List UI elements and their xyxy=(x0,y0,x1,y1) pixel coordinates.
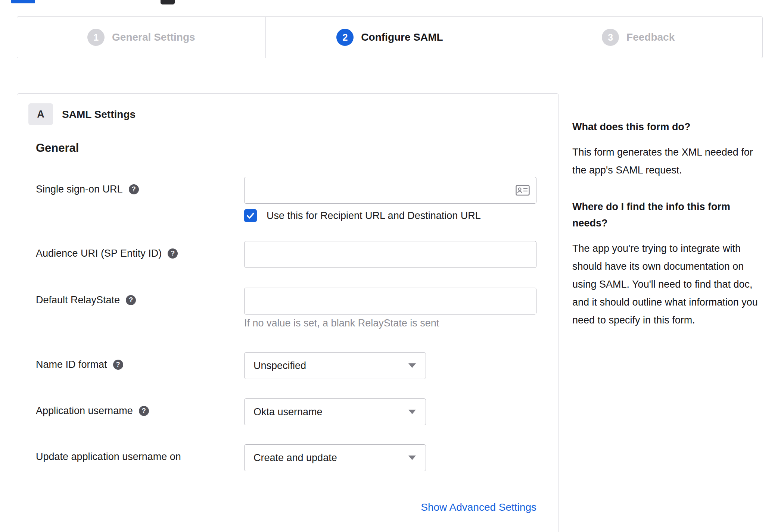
audience-uri-field-wrap xyxy=(244,241,536,268)
sso-url-label-text: Single sign-on URL xyxy=(36,184,123,195)
sso-url-input[interactable] xyxy=(244,177,536,204)
update-username-label-text: Update application username on xyxy=(36,451,181,463)
okta-configure-saml-page: 1 General Settings 2 Configure SAML 3 Fe… xyxy=(0,0,781,532)
help-icon[interactable]: ? xyxy=(129,184,139,194)
relay-state-hint: If no value is set, a blank RelayState i… xyxy=(244,317,439,329)
application-username-select[interactable]: Okta username xyxy=(244,398,426,425)
name-id-format-label: Name ID format ? xyxy=(36,359,123,370)
sso-url-field-wrap xyxy=(244,177,536,204)
caret-down-icon xyxy=(408,456,416,460)
relay-state-input[interactable] xyxy=(244,288,536,314)
update-username-value: Create and update xyxy=(253,452,337,464)
cropped-header-icon-fragment xyxy=(161,0,175,4)
section-title: SAML Settings xyxy=(62,109,136,121)
step-general-settings[interactable]: 1 General Settings xyxy=(17,17,265,58)
recipient-url-checkbox-row: Use this for Recipient URL and Destinati… xyxy=(244,209,481,222)
help-answer-1: This form generates the XML needed for t… xyxy=(572,143,765,179)
audience-uri-label-text: Audience URI (SP Entity ID) xyxy=(36,248,162,259)
saml-settings-card: A SAML Settings General Single sign-on U… xyxy=(17,93,559,532)
help-icon[interactable]: ? xyxy=(139,406,149,416)
help-icon[interactable]: ? xyxy=(126,295,136,305)
contact-card-icon xyxy=(516,185,530,196)
recipient-url-checkbox[interactable] xyxy=(244,209,257,222)
show-advanced-settings-link[interactable]: Show Advanced Settings xyxy=(244,501,536,513)
relay-state-field-wrap xyxy=(244,288,536,314)
help-icon[interactable]: ? xyxy=(168,248,178,259)
name-id-format-select[interactable]: Unspecified xyxy=(244,352,426,379)
name-id-format-value: Unspecified xyxy=(253,360,306,372)
caret-down-icon xyxy=(408,410,416,414)
step-number-badge: 2 xyxy=(336,29,354,46)
help-question-2: Where do I find the info this form needs… xyxy=(572,198,765,231)
step-feedback[interactable]: 3 Feedback xyxy=(514,17,762,58)
update-username-label: Update application username on xyxy=(36,451,181,463)
audience-uri-label: Audience URI (SP Entity ID) ? xyxy=(36,248,178,259)
update-username-select[interactable]: Create and update xyxy=(244,444,426,471)
wizard-stepper: 1 General Settings 2 Configure SAML 3 Fe… xyxy=(17,16,763,58)
step-label: General Settings xyxy=(112,31,195,43)
sso-url-label: Single sign-on URL ? xyxy=(36,184,139,195)
caret-down-icon xyxy=(408,363,416,368)
relay-state-label-text: Default RelayState xyxy=(36,294,120,306)
help-icon[interactable]: ? xyxy=(113,360,123,370)
section-a-badge: A xyxy=(28,103,53,125)
help-question-1: What does this form do? xyxy=(572,119,765,135)
step-number-badge: 1 xyxy=(87,29,105,46)
step-label: Feedback xyxy=(626,31,675,43)
application-username-label-text: Application username xyxy=(36,405,133,417)
cropped-header-fragment xyxy=(11,0,35,3)
help-sidebar: What does this form do? This form genera… xyxy=(572,119,765,348)
help-answer-2: The app you're trying to integrate with … xyxy=(572,240,765,329)
step-number-badge: 3 xyxy=(602,29,619,46)
recipient-url-checkbox-label: Use this for Recipient URL and Destinati… xyxy=(267,210,481,222)
audience-uri-input[interactable] xyxy=(244,241,536,268)
name-id-format-label-text: Name ID format xyxy=(36,359,107,370)
general-group-title: General xyxy=(36,141,79,155)
step-label: Configure SAML xyxy=(361,31,443,43)
application-username-label: Application username ? xyxy=(36,405,149,417)
application-username-value: Okta username xyxy=(253,406,323,418)
step-configure-saml[interactable]: 2 Configure SAML xyxy=(265,17,514,58)
relay-state-label: Default RelayState ? xyxy=(36,294,136,306)
